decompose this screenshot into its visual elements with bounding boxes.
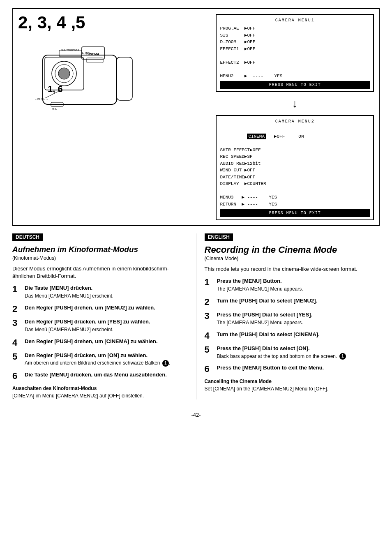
en-step-action-3: Press the [PUSH] Dial to select [YES]. — [217, 312, 380, 319]
menu1-line6: EFFECT2 ▶OFF — [220, 59, 370, 66]
en-step-1: 1 Press the [MENU] Button. The [CAMERA M… — [205, 278, 380, 293]
en-step-4: 4 Turn the [PUSH] Dial to select [CINEMA… — [205, 331, 380, 340]
english-subtitle: (Cinema Mode) — [205, 256, 380, 261]
menu2-line4: AUDIO REC▶12bit — [220, 160, 370, 167]
deutsch-title: Aufnehmen im Kinoformat-Modus — [12, 245, 188, 254]
content-section: DEUTSCH Aufnehmen im Kinoformat-Modus (K… — [12, 233, 380, 399]
svg-point-4 — [58, 68, 70, 79]
de-step-num-3: 3 — [12, 319, 21, 328]
page: 2, 3, 4 ,5 — [0, 0, 392, 554]
en-step-num-5: 5 — [205, 345, 214, 354]
de-step-content-4: Den Regler [PUSH] drehen, um [CINEMA] zu… — [25, 338, 188, 346]
de-cancel-text: [CINEMA] im Menü [CAMERA MENU2] auf [OFF… — [12, 392, 188, 399]
en-step-action-5: Press the [PUSH] Dial to select [ON]. — [217, 345, 380, 352]
menu-panels: CAMERA MENU1 PROG.AE ▶OFF SIS ▶OFF D.ZOO… — [216, 14, 374, 220]
menu1-box: CAMERA MENU1 PROG.AE ▶OFF SIS ▶OFF D.ZOO… — [216, 14, 374, 92]
de-step-content-1: Die Taste [MENU] drücken. Das Menü [CAME… — [25, 285, 188, 300]
svg-text:AUTO: AUTO — [82, 52, 90, 55]
en-cancel-title: Cancelling the Cinema Mode — [205, 379, 380, 384]
de-step-content-6: Die Taste [MENU] drücken, um das Menü au… — [25, 372, 188, 379]
menu2-line3: REC SPEED▶SP — [220, 153, 370, 160]
menu1-title: CAMERA MENU1 — [220, 17, 370, 23]
menu2-cinema-line: CINEMA ▶OFF ON — [220, 126, 370, 147]
en-step-num-2: 2 — [205, 298, 214, 307]
menu2-box: CAMERA MENU2 CINEMA ▶OFF ON SHTR EFFECT▶… — [216, 115, 374, 220]
menu2-press: PRESS MENU TO EXIT — [220, 209, 370, 217]
circle-1-de: 1 — [162, 360, 169, 367]
en-step-2: 2 Turn the [PUSH] Dial to select [MENU2]… — [205, 298, 380, 307]
de-step-num-1: 1 — [12, 285, 21, 294]
step-numbers-top: 2, 3, 4 ,5 — [18, 14, 208, 31]
de-step-num-5: 5 — [12, 352, 21, 361]
camera-illustration: CINEMA ←PUSH→ AUTO — [18, 35, 141, 115]
de-cancel-title: Ausschalten des Kinoformat-Modus — [12, 385, 188, 391]
menu2-line8 — [220, 187, 370, 194]
english-title: Recording in the Cinema Mode — [205, 245, 380, 255]
de-step-content-3: Den Regler [PUSH] drücken, um [YES] zu w… — [25, 319, 188, 333]
menu1-line1: PROG.AE ▶OFF — [220, 25, 370, 32]
en-step-action-1: Press the [MENU] Button. — [217, 278, 380, 285]
svg-text:SHUTTER/WAS: SHUTTER/WAS — [61, 49, 79, 51]
en-step-action-2: Turn the [PUSH] Dial to select [MENU2]. — [217, 298, 380, 305]
en-step-note-5: Black bars appear at the top and bottom … — [217, 353, 380, 360]
de-step-content-5: Den Regler [PUSH] drücken, um [ON] zu wä… — [25, 352, 188, 367]
menu1-line4: EFFECT1 ▶OFF — [220, 46, 370, 53]
en-step-num-1: 1 — [205, 278, 214, 287]
menu2-line6: DATE/TIME▶OFF — [220, 174, 370, 181]
menu1-line2: SIS ▶OFF — [220, 32, 370, 39]
de-step-num-4: 4 — [12, 338, 21, 347]
english-desc: This mode lets you record in the cinema-… — [205, 265, 380, 273]
english-badge: ENGLISH — [205, 233, 233, 241]
en-step-action-4: Turn the [PUSH] Dial to select [CINEMA]. — [217, 331, 380, 338]
en-step-content-3: Press the [PUSH] Dial to select [YES]. T… — [217, 312, 380, 326]
de-step-3: 3 Den Regler [PUSH] drücken, um [YES] zu… — [12, 319, 188, 333]
de-step-action-2: Den Regler [PUSH] drehen, um [MENU2] zu … — [25, 305, 188, 312]
deutsch-column: DEUTSCH Aufnehmen im Kinoformat-Modus (K… — [12, 233, 196, 399]
menu2-line10: RETURN ▶ ---- YES — [220, 201, 370, 208]
en-step-content-6: Press the [MENU] Button to exit the Menu… — [217, 365, 380, 372]
de-step-action-4: Den Regler [PUSH] drehen, um [CINEMA] zu… — [25, 338, 188, 345]
menu1-press: PRESS MENU TO EXIT — [220, 81, 370, 89]
de-step-action-3: Den Regler [PUSH] drücken, um [YES] zu w… — [25, 319, 188, 325]
en-step-content-5: Press the [PUSH] Dial to select [ON]. Bl… — [217, 345, 380, 360]
en-step-action-6: Press the [MENU] Button to exit the Menu… — [217, 365, 380, 372]
de-step-action-5: Den Regler [PUSH] drücken, um [ON] zu wä… — [25, 352, 188, 359]
circle-1-en: 1 — [339, 353, 346, 360]
menu2-line7: DISPLAY ▶COUNTER — [220, 180, 370, 187]
menu2-title: CAMERA MENU2 — [220, 118, 370, 125]
en-step-content-1: Press the [MENU] Button. The [CAMERA MEN… — [217, 278, 380, 293]
de-step-num-6: 6 — [12, 372, 21, 381]
en-step-5: 5 Press the [PUSH] Dial to select [ON]. … — [205, 345, 380, 360]
de-step-6: 6 Die Taste [MENU] drücken, um das Menü … — [12, 372, 188, 381]
diagram-section: 2, 3, 4 ,5 — [12, 8, 380, 226]
de-step-4: 4 Den Regler [PUSH] drehen, um [CINEMA] … — [12, 338, 188, 347]
menu2-line9: MENU3 ▶ ---- YES — [220, 194, 370, 201]
camera-diagram: 2, 3, 4 ,5 — [18, 14, 208, 220]
svg-rect-9 — [87, 58, 103, 63]
arrow-down-icon: ↓ — [216, 96, 374, 111]
de-step-content-2: Den Regler [PUSH] drehen, um [MENU2] zu … — [25, 305, 188, 312]
en-step-content-4: Turn the [PUSH] Dial to select [CINEMA]. — [217, 331, 380, 339]
en-step-num-6: 6 — [205, 365, 214, 374]
svg-text:1, 6: 1, 6 — [48, 84, 63, 94]
svg-text:←PUSH→: ←PUSH→ — [35, 98, 48, 101]
menu1-line7 — [220, 66, 370, 73]
english-column: ENGLISH Recording in the Cinema Mode (Ci… — [196, 233, 380, 399]
de-step-note-1: Das Menü [CAMERA MENU1] erscheint. — [25, 293, 188, 300]
de-step-2: 2 Den Regler [PUSH] drehen, um [MENU2] z… — [12, 305, 188, 314]
en-step-note-3: The [CAMERA MENU2] Menu appears. — [217, 319, 380, 326]
svg-rect-7 — [117, 57, 132, 100]
de-step-action-1: Die Taste [MENU] drücken. — [25, 285, 188, 292]
de-step-note-3: Das Menü [CAMERA MENU2] erscheint. — [25, 326, 188, 333]
en-step-content-2: Turn the [PUSH] Dial to select [MENU2]. — [217, 298, 380, 305]
menu2-line2: SHTR EFFECT▶OFF — [220, 147, 370, 154]
deutsch-subtitle: (Kinoformat-Modus) — [12, 255, 188, 261]
de-step-action-6: Die Taste [MENU] drücken, um das Menü au… — [25, 372, 188, 379]
de-step-1: 1 Die Taste [MENU] drücken. Das Menü [CA… — [12, 285, 188, 300]
menu2-cinema-highlight: CINEMA — [247, 134, 266, 139]
en-step-note-1: The [CAMERA MENU1] Menu appears. — [217, 286, 380, 293]
menu1-line8: MENU2 ▶ ---- YES — [220, 73, 370, 80]
svg-rect-0 — [43, 55, 117, 104]
en-step-num-3: 3 — [205, 312, 214, 321]
deutsch-desc: Dieser Modus ermöglicht das Aufnehmen in… — [12, 265, 188, 280]
